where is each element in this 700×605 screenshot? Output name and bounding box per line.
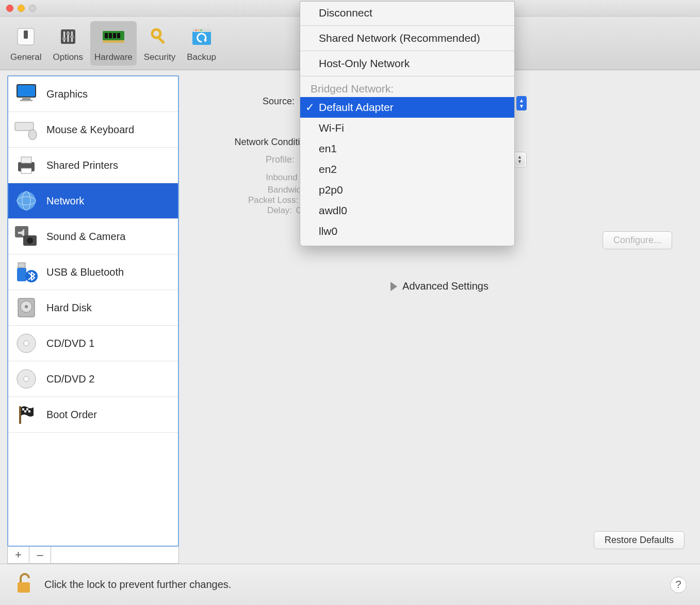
svg-rect-51 [28,410,30,412]
svg-rect-6 [62,38,66,40]
footer: Click the lock to prevent further change… [0,564,700,605]
sliders-icon [56,24,80,49]
sidebar-item-hard-disk[interactable]: Hard Disk [8,290,178,326]
lock-icon[interactable] [13,572,34,597]
sidebar-footer: + – [7,547,179,564]
tab-options-label: Options [53,52,83,62]
svg-rect-48 [22,408,24,410]
tab-general[interactable]: General [6,21,45,66]
monitor-icon [13,83,39,105]
key-icon [147,24,172,49]
menu-item-awdl0[interactable]: awdl0 [300,200,514,221]
advanced-settings-toggle[interactable]: Advanced Settings [186,280,693,292]
svg-rect-14 [103,40,124,43]
svg-rect-3 [63,31,65,42]
svg-rect-52 [18,582,30,593]
svg-rect-12 [113,33,116,38]
keyboard-mouse-icon [13,118,39,141]
select-arrows-icon: ▲▼ [514,153,525,166]
svg-rect-49 [26,408,28,410]
svg-point-21 [200,29,202,31]
hardware-sidebar: Graphics Mouse & Keyboard Shared Printer… [7,75,179,547]
minimize-button[interactable] [18,5,25,12]
add-device-button[interactable]: + [8,547,29,563]
svg-rect-29 [21,157,31,163]
sidebar-item-boot-order[interactable]: Boot Order [8,397,178,433]
disc-icon [13,332,39,355]
sidebar-printers-label: Shared Printers [46,160,118,171]
footer-text: Click the lock to prevent further change… [44,579,231,591]
tab-options[interactable]: Options [48,21,87,66]
sidebar-item-network[interactable]: Network [8,183,178,219]
advanced-settings-label: Advanced Settings [402,280,489,292]
sidebar-hdd-label: Hard Disk [46,302,92,314]
svg-point-44 [24,341,29,346]
switch-icon [13,24,38,49]
svg-rect-13 [117,33,120,38]
menu-item-host-only[interactable]: Host-Only Network [300,53,514,74]
svg-point-46 [24,376,29,381]
sidebar-sound-camera-label: Sound & Camera [46,231,125,243]
close-button[interactable] [6,5,13,12]
sidebar-item-graphics[interactable]: Graphics [8,76,178,112]
sidebar-item-sound-camera[interactable]: Sound & Camera [8,219,178,254]
svg-point-19 [195,29,197,31]
menu-item-en1[interactable]: en1 [300,138,514,159]
sidebar-network-label: Network [46,195,84,207]
menu-item-wifi[interactable]: Wi-Fi [300,118,514,138]
delay-label: Delay: [267,205,292,215]
tab-security[interactable]: Security [140,21,180,66]
menu-item-shared-network[interactable]: Shared Network (Recommended) [300,28,514,49]
usb-bluetooth-icon [13,261,39,283]
zoom-button[interactable] [29,5,36,12]
svg-rect-24 [22,98,30,100]
menu-item-llw0[interactable]: llw0 [300,221,514,242]
svg-point-20 [198,29,199,31]
svg-point-42 [25,305,28,308]
sidebar-mouse-keyboard-label: Mouse & Keyboard [46,124,134,136]
tab-hardware-label: Hardware [94,52,133,62]
menu-item-p2p0[interactable]: p2p0 [300,180,514,200]
printer-icon [13,154,39,177]
sidebar-item-printers[interactable]: Shared Printers [8,148,178,183]
hdd-icon [13,296,39,319]
configure-button[interactable]: Configure... [603,231,672,249]
svg-rect-17 [192,30,211,45]
svg-rect-1 [24,30,28,39]
tab-security-label: Security [144,52,175,62]
svg-point-31 [17,192,36,210]
help-button[interactable]: ? [670,577,687,593]
svg-rect-26 [15,122,34,131]
tab-backup[interactable]: Backup [183,21,220,66]
sidebar-cddvd1-label: CD/DVD 1 [46,338,94,349]
sidebar-item-cddvd2[interactable]: CD/DVD 2 [8,361,178,397]
sidebar-usb-bluetooth-label: USB & Bluetooth [46,266,124,278]
sidebar-item-usb-bluetooth[interactable]: USB & Bluetooth [8,254,178,290]
svg-rect-30 [21,168,31,173]
sidebar-boot-order-label: Boot Order [46,409,97,421]
svg-rect-22 [17,85,36,97]
source-dropdown-menu: Disconnect Shared Network (Recommended) … [300,1,515,246]
menu-item-en2[interactable]: en2 [300,159,514,180]
sidebar-item-mouse-keyboard[interactable]: Mouse & Keyboard [8,112,178,148]
menu-item-default-adapter[interactable]: Default Adapter [300,97,514,118]
svg-rect-7 [66,33,70,35]
globe-icon [13,189,39,212]
svg-rect-25 [20,100,32,101]
svg-point-27 [28,130,37,140]
sound-camera-icon [13,225,39,248]
restore-defaults-button[interactable]: Restore Defaults [594,531,685,549]
menu-item-disconnect[interactable]: Disconnect [300,3,514,23]
packetloss-label: Packet Loss: [248,195,298,205]
svg-rect-11 [109,33,112,38]
sidebar-item-cddvd1[interactable]: CD/DVD 1 [8,326,178,361]
tab-hardware[interactable]: Hardware [90,21,137,66]
svg-rect-10 [105,33,108,38]
disc-icon [13,368,39,390]
tab-general-label: General [10,52,41,62]
sidebar-graphics-label: Graphics [46,88,88,100]
remove-device-button[interactable]: – [29,547,51,563]
svg-point-36 [27,237,33,244]
triangle-icon [390,282,397,291]
svg-point-15 [152,29,160,38]
